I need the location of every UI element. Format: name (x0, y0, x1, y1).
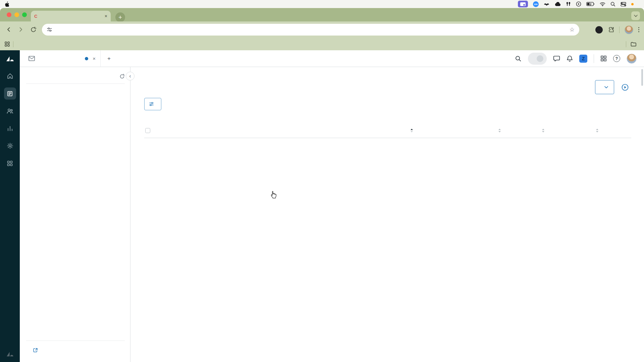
unread-indicator-dot (85, 57, 88, 60)
views-icon[interactable] (0, 85, 20, 102)
envelope-icon (29, 56, 35, 61)
search-icon[interactable] (515, 55, 522, 62)
browser-menu-icon[interactable] (638, 27, 639, 32)
browser-profile-avatar[interactable] (625, 25, 633, 34)
play-button[interactable] (622, 84, 631, 91)
chevron-down-icon (604, 86, 608, 88)
cloud-icon[interactable] (554, 2, 561, 6)
zoom-app-icon[interactable]: zm (533, 1, 539, 7)
notifications-bell-icon[interactable] (567, 55, 573, 62)
window-controls (7, 12, 27, 17)
toolbar-separator (619, 26, 620, 33)
zendesk-header: × + Z (20, 50, 644, 67)
reporting-icon[interactable] (0, 120, 20, 137)
battery-icon[interactable] (586, 2, 595, 6)
tab-search-chevron-icon[interactable] (631, 11, 640, 20)
user-avatar[interactable] (627, 54, 637, 64)
divider (26, 341, 125, 341)
address-bar[interactable]: ☆ (42, 24, 579, 36)
airpods-icon[interactable] (566, 2, 571, 6)
bookmarks-bar (0, 38, 644, 50)
home-icon[interactable] (0, 67, 20, 85)
bookmarks-separator (13, 41, 13, 47)
views-panel: ‹ (20, 67, 130, 362)
browser-tab-strip: C × + (0, 8, 644, 21)
open-ticket-tab[interactable]: × (20, 50, 101, 67)
conversations-count-badge (537, 55, 543, 62)
ticket-tab-close-icon[interactable]: × (92, 56, 96, 61)
back-button[interactable] (5, 25, 13, 34)
macos-menu-bar: zm (0, 0, 644, 8)
apple-menu-icon[interactable] (5, 1, 9, 7)
col-requester[interactable] (408, 128, 496, 133)
apps-icon[interactable] (0, 155, 20, 172)
bookmarks-separator (626, 41, 626, 47)
help-icon[interactable]: ? (613, 55, 620, 62)
header-separator (594, 54, 594, 63)
folder-icon (631, 42, 636, 47)
add-tab-button[interactable]: + (101, 50, 120, 67)
browser-toolbar: ☆ (0, 21, 644, 38)
app-grid-icon[interactable] (600, 55, 607, 62)
sort-icon (542, 128, 545, 133)
mouse-cursor (270, 190, 277, 199)
zoom-window-button[interactable] (22, 12, 27, 17)
forward-button[interactable] (17, 25, 25, 34)
external-link-icon (33, 348, 38, 352)
actions-button[interactable] (595, 80, 614, 94)
bookmark-star-icon[interactable]: ☆ (570, 26, 575, 33)
conversations-button[interactable] (528, 53, 547, 65)
zendesk-products-icon[interactable]: Z (579, 55, 587, 63)
tab-favicon: C (34, 14, 37, 19)
admin-gear-icon[interactable] (0, 137, 20, 155)
screen-share-icon[interactable] (518, 1, 528, 7)
zendesk-logo-icon[interactable] (6, 53, 14, 65)
col-priority[interactable] (540, 128, 594, 133)
zendesk-footer-logo-icon (6, 352, 13, 357)
customers-icon[interactable] (0, 102, 20, 120)
plus-icon: + (107, 55, 111, 62)
zendesk-app: × + Z (0, 50, 644, 362)
bartender-icon[interactable] (544, 2, 549, 6)
collapse-panel-icon[interactable]: ‹ (126, 72, 135, 80)
reload-button[interactable] (29, 25, 37, 34)
wifi-icon[interactable] (600, 2, 605, 6)
divider (26, 83, 125, 84)
recording-indicator-dot (631, 3, 634, 5)
minimize-window-button[interactable] (14, 12, 19, 17)
control-center-icon[interactable] (621, 2, 626, 6)
filter-button[interactable] (144, 98, 161, 110)
tickets-table (144, 123, 631, 138)
play-icon (622, 84, 629, 91)
sort-ascending-icon (410, 128, 413, 133)
browser-tab[interactable]: C × (31, 11, 111, 21)
extensions-puzzle-icon[interactable] (608, 26, 614, 33)
screen: zm C × + (0, 0, 644, 362)
spotlight-icon[interactable] (610, 2, 615, 7)
col-requested[interactable] (496, 128, 540, 133)
sort-icon (596, 128, 599, 133)
new-tab-button[interactable]: + (115, 12, 125, 22)
main-content (131, 67, 644, 362)
chat-icon[interactable] (553, 55, 560, 62)
close-window-button[interactable] (7, 12, 11, 17)
scrollbar-thumb[interactable] (641, 69, 643, 86)
zendesk-nav-rail (0, 50, 20, 362)
playback-icon[interactable] (576, 1, 581, 7)
extension-badge-icon[interactable] (595, 26, 603, 34)
col-updated[interactable] (594, 128, 631, 133)
manage-views-link[interactable] (26, 344, 125, 357)
filter-icon (149, 102, 154, 107)
select-all-checkbox[interactable] (145, 128, 150, 133)
sort-icon (498, 128, 501, 133)
tab-close-icon[interactable]: × (105, 13, 107, 19)
table-header-row (144, 123, 631, 138)
site-settings-icon[interactable] (47, 27, 52, 33)
refresh-views-icon[interactable] (119, 74, 125, 79)
apps-grid-icon[interactable] (5, 42, 10, 47)
